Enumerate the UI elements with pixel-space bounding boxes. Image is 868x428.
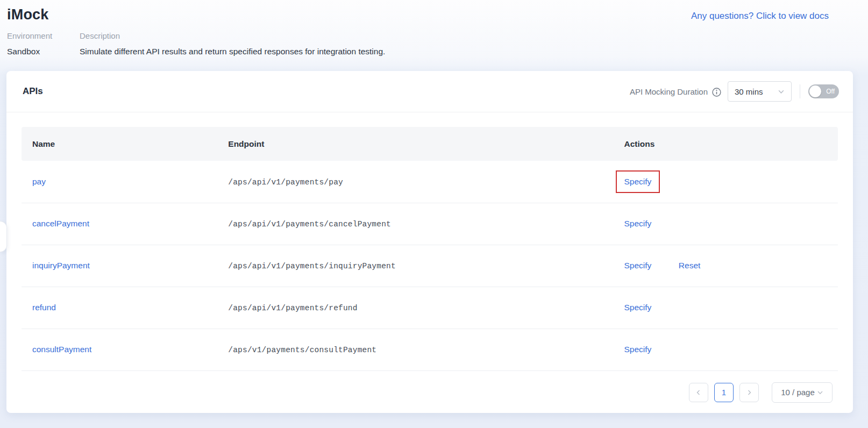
table-row: inquiryPayment /aps/api/v1/payments/inqu… (22, 245, 838, 287)
column-header-name: Name (22, 127, 217, 161)
api-endpoint: /aps/api/v1/payments/cancelPayment (228, 220, 391, 229)
page-header: iMock Any questions? Click to view docs … (0, 0, 868, 58)
table-row: refund /aps/api/v1/payments/refund Speci… (22, 287, 838, 329)
specify-action-link[interactable]: Specify (624, 261, 652, 270)
mocking-toggle[interactable]: Off (808, 84, 839, 98)
reset-action-link[interactable]: Reset (679, 261, 701, 270)
specify-action-link[interactable]: Specify (624, 219, 652, 228)
table-row: consultPayment /aps/v1/payments/consultP… (22, 329, 838, 370)
api-name-link[interactable]: inquiryPayment (32, 261, 90, 270)
specify-action-link[interactable]: Specify (624, 303, 652, 312)
duration-label: API Mocking Duration (630, 87, 708, 96)
apis-table: Name Endpoint Actions pay /aps/api/v1/pa… (22, 127, 838, 371)
column-header-actions: Actions (614, 127, 838, 161)
api-endpoint: /aps/api/v1/payments/refund (228, 304, 357, 312)
app-title: iMock (7, 6, 49, 23)
table-row: pay /aps/api/v1/payments/pay Specify (22, 161, 838, 203)
apis-title: APIs (23, 86, 43, 97)
api-name-link[interactable]: cancelPayment (32, 219, 89, 228)
table-row: cancelPayment /aps/api/v1/payments/cance… (22, 203, 838, 245)
previous-page-button[interactable] (689, 383, 708, 402)
api-name-link[interactable]: pay (32, 177, 46, 186)
chevron-left-icon (695, 389, 702, 396)
chevron-down-icon (778, 88, 785, 95)
description-value: Simulate different API results and retur… (80, 46, 385, 58)
docs-link[interactable]: Any questions? Click to view docs (691, 11, 829, 22)
highlight-box: Specify (616, 170, 660, 193)
column-header-endpoint: Endpoint (217, 127, 613, 161)
api-endpoint: /aps/api/v1/payments/inquiryPayment (228, 262, 396, 270)
chevron-right-icon (746, 389, 752, 396)
side-drawer-handle[interactable] (0, 221, 7, 252)
apis-card: APIs API Mocking Duration 30 mins Off (6, 71, 853, 413)
specify-action-link[interactable]: Specify (624, 177, 652, 186)
environment-label: Environment (7, 32, 80, 40)
vertical-divider (800, 84, 800, 98)
api-name-link[interactable]: refund (32, 303, 56, 312)
next-page-button[interactable] (739, 383, 759, 402)
description-label: Description (80, 32, 385, 40)
duration-select[interactable]: 30 mins (728, 81, 792, 102)
info-circle-icon[interactable] (712, 88, 721, 97)
toggle-knob (809, 85, 821, 97)
api-name-link[interactable]: consultPayment (32, 345, 91, 354)
page-size-select[interactable]: 10 / page (772, 382, 833, 403)
toggle-state-label: Off (826, 88, 835, 95)
chevron-down-icon (817, 389, 823, 396)
specify-action-link[interactable]: Specify (624, 345, 652, 354)
api-endpoint: /aps/api/v1/payments/pay (228, 178, 343, 187)
duration-value: 30 mins (735, 87, 763, 96)
page-size-value: 10 / page (781, 388, 815, 397)
page-number-button[interactable]: 1 (714, 383, 734, 402)
pagination: 1 10 / page (6, 382, 833, 403)
api-endpoint: /aps/v1/payments/consultPayment (228, 346, 376, 354)
table-header-row: Name Endpoint Actions (22, 127, 838, 161)
environment-value: Sandbox (7, 46, 80, 58)
